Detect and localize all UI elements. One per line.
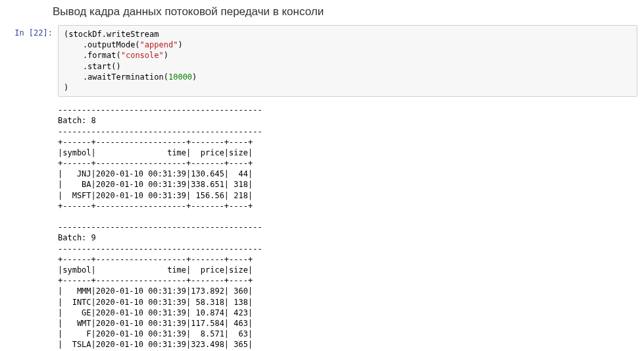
code-input[interactable]: (stockDf.writeStream .outputMode("append… — [58, 25, 637, 97]
cell-output: ----------------------------------------… — [53, 101, 637, 351]
prompt-label: In [ — [14, 28, 34, 38]
prompt-count: 22 — [34, 28, 43, 38]
notebook-container: Вывод кадра данных потоковой передачи в … — [0, 0, 644, 351]
prompt-suffix: ]: — [43, 28, 53, 38]
code-cell: In [22]: (stockDf.writeStream .outputMod… — [7, 25, 637, 97]
input-prompt: In [22]: — [7, 25, 58, 41]
section-heading: Вывод кадра данных потоковой передачи в … — [53, 5, 637, 18]
